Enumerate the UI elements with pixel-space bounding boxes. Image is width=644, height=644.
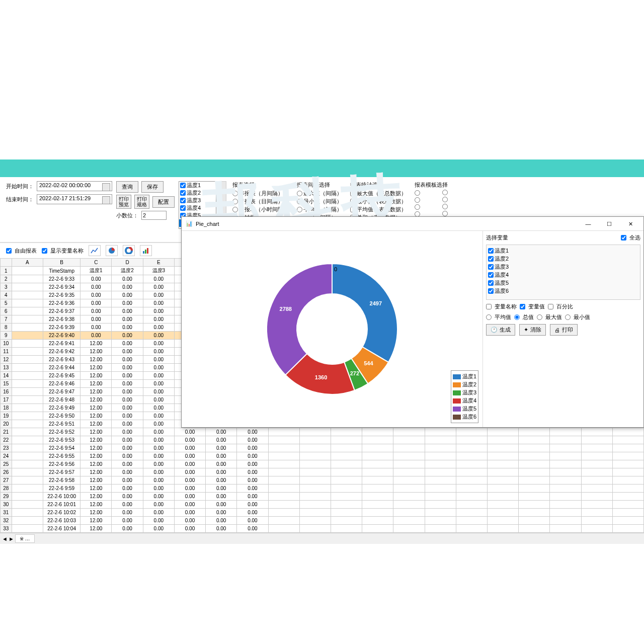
- svg-text:0: 0: [334, 266, 337, 272]
- brush-icon: ✦: [524, 327, 528, 333]
- end-time-label: 结束时间：: [6, 196, 34, 203]
- svg-rect-2: [143, 251, 144, 254]
- print-format-button[interactable]: 打印规格: [134, 195, 149, 209]
- generate-button[interactable]: 🕐生成: [486, 324, 515, 336]
- save-button[interactable]: 保存: [141, 181, 164, 193]
- print-preview-button[interactable]: 打印预览: [116, 195, 131, 209]
- svg-rect-3: [145, 250, 146, 254]
- print-button[interactable]: 🖨打印: [550, 324, 578, 336]
- clock-icon: 🕐: [491, 327, 498, 333]
- bar-chart-icon[interactable]: [140, 245, 152, 256]
- start-time-input[interactable]: 2022-02-02 00:00:00: [37, 181, 112, 191]
- opt-percent-checkbox[interactable]: 百分比: [548, 303, 573, 310]
- sheet-tabstrip[interactable]: ◄► ※ …: [0, 533, 644, 544]
- template-radio-4[interactable]: [442, 197, 448, 202]
- decimals-input[interactable]: [141, 211, 167, 220]
- popup-var-item[interactable]: 温度3: [488, 263, 638, 271]
- select-var-label: 选择变量: [486, 234, 508, 242]
- opt-sum-radio[interactable]: 总值: [514, 313, 534, 321]
- minimize-button[interactable]: —: [579, 218, 597, 230]
- template-radio-6[interactable]: [442, 204, 448, 209]
- window-title: Pie_chart: [196, 221, 219, 227]
- svg-text:1360: 1360: [315, 374, 327, 380]
- printer-icon: 🖨: [554, 327, 560, 333]
- template-radio-8[interactable]: [442, 211, 448, 216]
- opt-avg-radio[interactable]: 平均值: [486, 313, 511, 321]
- popup-var-item[interactable]: 温度4: [488, 271, 638, 279]
- template-radio-1[interactable]: [415, 190, 420, 196]
- window-icon: 📊: [186, 220, 193, 227]
- popup-var-item[interactable]: 温度6: [488, 287, 638, 295]
- maximize-button[interactable]: ☐: [600, 218, 618, 230]
- close-button[interactable]: ✕: [621, 218, 639, 230]
- template-radio-3[interactable]: [415, 197, 420, 203]
- svg-text:2788: 2788: [280, 306, 292, 312]
- donut-chart-icon[interactable]: [123, 245, 135, 256]
- chart-canvas: 2497544272136027880 温度1温度2温度3温度4温度5温度6: [182, 231, 482, 427]
- config-button[interactable]: 配置: [152, 196, 175, 208]
- variable-select-box[interactable]: 温度1温度2温度3温度4温度5温度6: [486, 245, 640, 300]
- popup-var-item[interactable]: 温度5: [488, 279, 638, 287]
- svg-text:2497: 2497: [370, 300, 382, 306]
- popup-var-item[interactable]: 温度1: [488, 247, 638, 255]
- start-time-label: 开始时间：: [6, 183, 34, 190]
- select-all-checkbox[interactable]: 全选: [621, 234, 640, 242]
- popup-var-item[interactable]: 温度2: [488, 255, 638, 263]
- pie-chart-icon[interactable]: [106, 245, 118, 256]
- svg-text:544: 544: [364, 360, 373, 366]
- svg-rect-4: [147, 248, 148, 254]
- svg-text:272: 272: [350, 370, 359, 376]
- show-varnames-checkbox[interactable]: 显示变量名称: [42, 247, 84, 255]
- opt-varname-checkbox[interactable]: 变量名称: [486, 303, 517, 310]
- opt-min-radio[interactable]: 最小值: [565, 313, 590, 321]
- opt-varval-checkbox[interactable]: 变量值: [520, 303, 545, 310]
- template-radio-5[interactable]: [415, 204, 420, 210]
- end-time-input[interactable]: 2022-02-17 21:51:29: [37, 194, 112, 204]
- line-chart-icon[interactable]: [89, 245, 101, 256]
- pie-chart-window: 📊 Pie_chart — ☐ ✕ 2497544272136027880 温度…: [181, 216, 644, 428]
- clear-button[interactable]: ✦清除: [519, 324, 546, 336]
- opt-max-radio[interactable]: 最大值: [537, 313, 562, 321]
- sheet-tab[interactable]: ※ …: [15, 534, 35, 543]
- decimals-label: 小数位：: [116, 212, 138, 219]
- template-radio-2[interactable]: [442, 190, 448, 195]
- query-button[interactable]: 查询: [116, 181, 138, 193]
- chart-legend: 温度1温度2温度3温度4温度5温度6: [451, 370, 478, 423]
- free-report-checkbox[interactable]: 自由报表: [6, 247, 37, 255]
